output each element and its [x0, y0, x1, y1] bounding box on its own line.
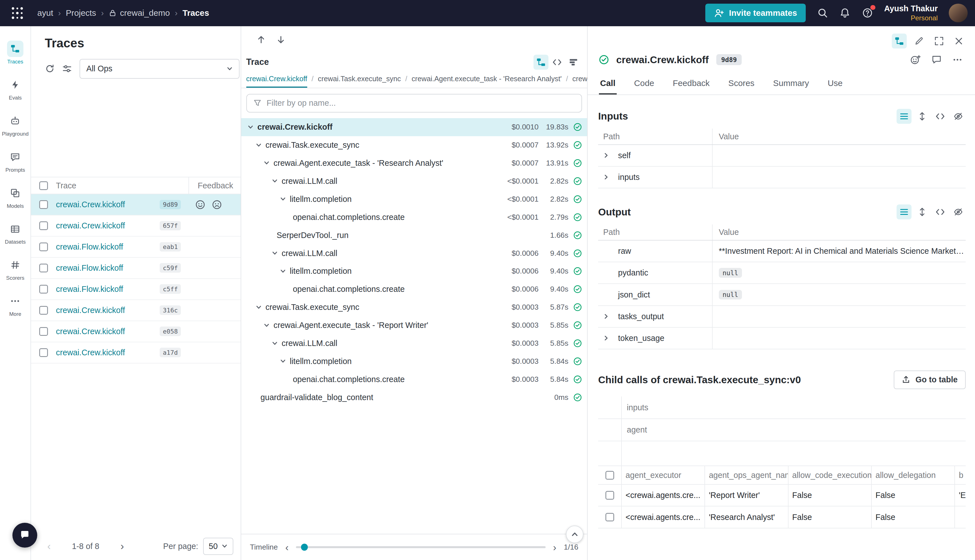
chevron-right-icon[interactable] — [603, 174, 609, 180]
trace-row[interactable]: crewai.Flow.kickoff eab1 — [31, 237, 240, 258]
output-row[interactable]: pydantic null — [598, 262, 966, 284]
op-filter-input[interactable] — [267, 98, 575, 108]
flame-graph-icon[interactable] — [566, 55, 581, 70]
trace-tree-row[interactable]: crewai.LLM.call <$0.0001 2.82s — [241, 172, 587, 190]
code-view-icon[interactable] — [933, 109, 948, 124]
rail-item-prompts[interactable]: Prompts — [1, 143, 29, 179]
hide-values-eye-icon[interactable] — [951, 205, 966, 219]
chevron-down-icon[interactable] — [272, 340, 278, 347]
hide-values-eye-icon[interactable] — [951, 109, 966, 124]
chevron-down-icon[interactable] — [280, 268, 286, 274]
trace-name-link[interactable]: crewai.Flow.kickoff — [56, 285, 160, 294]
row-checkbox[interactable] — [39, 222, 48, 230]
trace-name-link[interactable]: crewai.Flow.kickoff — [56, 263, 160, 273]
trace-tree-row[interactable]: SerperDevTool._run 1.66s — [241, 226, 587, 244]
trace-name-link[interactable]: crewai.Crew.kickoff — [56, 221, 160, 230]
row-checkbox[interactable] — [39, 348, 48, 357]
trace-breadcrumb-item[interactable]: crewai.Crew.kickoff — [246, 71, 307, 88]
trace-row[interactable]: crewai.Flow.kickoff c5ff — [31, 279, 240, 300]
trace-tree-row[interactable]: crewai.LLM.call $0.0006 9.40s — [241, 244, 587, 262]
chevron-down-icon[interactable] — [247, 124, 254, 130]
chevron-right-icon[interactable] — [603, 335, 609, 341]
row-checkbox[interactable] — [39, 327, 48, 336]
go-to-table-button[interactable]: Go to table — [894, 370, 966, 389]
per-page-select[interactable]: 50 — [203, 538, 233, 555]
invite-teammates-button[interactable]: Invite teammates — [705, 4, 806, 22]
child-call-row[interactable]: <crewai.agents.cre... 'Report Writer' Fa… — [598, 485, 966, 507]
trace-name-link[interactable]: crewai.Crew.kickoff — [56, 348, 160, 357]
chevron-right-icon[interactable] — [603, 152, 609, 158]
prev-call-icon[interactable] — [254, 32, 269, 47]
row-checkbox[interactable] — [39, 263, 48, 272]
rail-item-evals[interactable]: Evals — [1, 71, 29, 107]
trace-tree-row[interactable]: litellm.completion <$0.0001 2.82s — [241, 190, 587, 208]
select-all-checkbox[interactable] — [39, 181, 48, 190]
chevron-down-icon[interactable] — [272, 250, 278, 256]
column-header[interactable]: allow_delegation — [872, 466, 955, 484]
trace-row[interactable]: crewai.Crew.kickoff 657f — [31, 215, 240, 237]
close-icon[interactable] — [951, 33, 966, 48]
help-icon[interactable] — [862, 7, 873, 18]
output-row[interactable]: json_dict null — [598, 284, 966, 306]
trace-tree-row[interactable]: openai.chat.completions.create <$0.0001 … — [241, 208, 587, 226]
row-checkbox[interactable] — [605, 491, 614, 500]
timeline-prev-icon[interactable]: ‹ — [284, 542, 290, 553]
filter-settings-icon[interactable] — [62, 64, 72, 73]
trace-tree-row[interactable]: crewai.Crew.kickoff $0.0010 19.83s — [241, 118, 587, 136]
chevron-down-icon[interactable] — [264, 322, 270, 328]
collapse-timeline-button[interactable] — [566, 526, 583, 543]
chevron-down-icon[interactable] — [255, 304, 262, 310]
trace-tree-row[interactable]: crewai.Agent.execute_task - 'Research An… — [241, 154, 587, 172]
chevron-down-icon[interactable] — [280, 358, 286, 364]
trace-row[interactable]: crewai.Crew.kickoff e058 — [31, 321, 240, 342]
chevron-down-icon[interactable] — [272, 178, 278, 184]
child-call-row[interactable]: <crewai.agents.cre... 'Research Analyst'… — [598, 507, 966, 528]
trace-tree-row[interactable]: crewai.Task.execute_sync $0.0007 13.92s — [241, 136, 587, 154]
notifications-bell-icon[interactable] — [839, 7, 851, 18]
trace-name-link[interactable]: crewai.Flow.kickoff — [56, 242, 160, 252]
next-call-icon[interactable] — [274, 32, 289, 47]
column-header[interactable]: agent_executor — [622, 466, 705, 484]
rail-item-models[interactable]: Models — [1, 179, 29, 215]
wandb-logo[interactable] — [9, 4, 26, 22]
user-menu[interactable]: Ayush Thakur Personal — [884, 4, 938, 22]
breadcrumb-traces[interactable]: Traces — [182, 8, 209, 18]
chevron-down-icon[interactable] — [280, 196, 286, 202]
column-header[interactable]: b — [955, 466, 966, 484]
breadcrumb-entity[interactable]: ayut — [37, 8, 53, 18]
timeline-handle[interactable] — [301, 543, 308, 550]
split-view-icon[interactable] — [892, 33, 907, 48]
trace-breadcrumb-item[interactable]: crewai.LLM.cal — [562, 71, 587, 88]
edit-pencil-icon[interactable] — [912, 33, 927, 48]
chevron-down-icon[interactable] — [255, 142, 262, 148]
trace-row[interactable]: crewai.Crew.kickoff a17d — [31, 342, 240, 363]
trace-name-link[interactable]: crewai.Crew.kickoff — [56, 200, 160, 209]
next-page-icon[interactable]: › — [115, 540, 129, 552]
rail-item-datasets[interactable]: Datasets — [1, 215, 29, 251]
trace-row[interactable]: crewai.Flow.kickoff c59f — [31, 258, 240, 279]
column-header[interactable]: agent_ops_agent_nan — [705, 466, 788, 484]
rail-item-scorers[interactable]: Scorers — [1, 251, 29, 287]
input-row[interactable]: self — [598, 145, 966, 167]
comment-icon[interactable] — [929, 52, 944, 67]
trace-row[interactable]: crewai.Crew.kickoff 9d89 — [31, 194, 240, 215]
column-header[interactable]: allow_code_execution — [788, 466, 872, 484]
breadcrumb-projects[interactable]: Projects — [66, 8, 96, 18]
tree-view-icon[interactable] — [534, 55, 548, 70]
row-checkbox[interactable] — [39, 242, 48, 251]
breadcrumb-project[interactable]: crewai_demo — [109, 8, 170, 18]
rail-item-traces[interactable]: Traces — [1, 35, 29, 71]
timeline-next-icon[interactable]: › — [552, 542, 558, 553]
trace-name-link[interactable]: crewai.Crew.kickoff — [56, 327, 160, 336]
trace-tree-row[interactable]: guardrail-validate_blog_content 0ms — [241, 388, 587, 406]
expand-rows-icon[interactable] — [915, 205, 930, 219]
detail-tab[interactable]: Feedback — [671, 73, 711, 95]
fullscreen-icon[interactable] — [932, 33, 947, 48]
trace-tree-row[interactable]: litellm.completion $0.0003 5.84s — [241, 352, 587, 370]
output-row[interactable]: token_usage — [598, 328, 966, 349]
trace-name-link[interactable]: crewai.Crew.kickoff — [56, 306, 160, 315]
trace-tree-row[interactable]: crewai.Agent.execute_task - 'Report Writ… — [241, 317, 587, 334]
add-reaction-icon[interactable] — [908, 52, 923, 67]
trace-breadcrumb-item[interactable]: crewai.Agent.execute_task - 'Research An… — [401, 71, 562, 88]
trace-tree-row[interactable]: litellm.completion $0.0006 9.40s — [241, 262, 587, 280]
